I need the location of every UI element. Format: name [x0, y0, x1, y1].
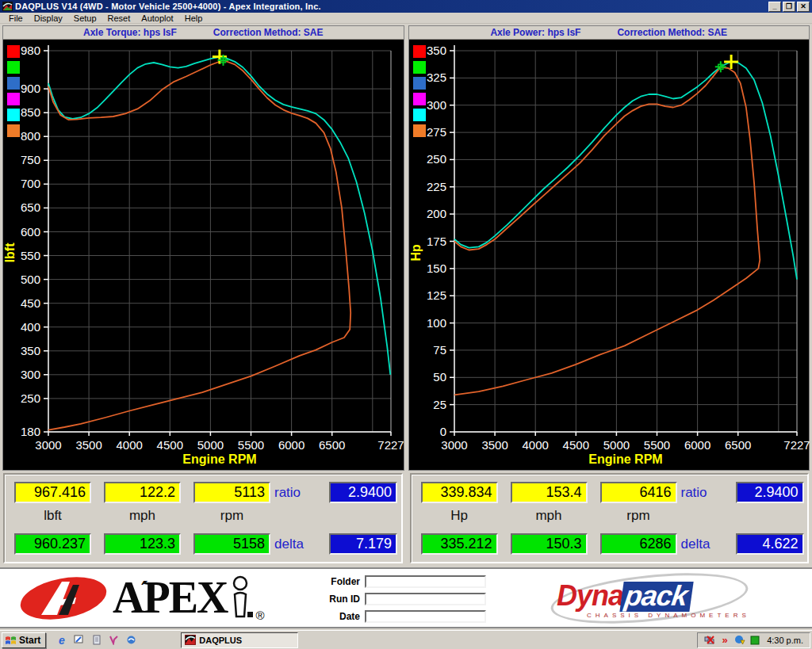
legend-swatch: [413, 61, 426, 74]
torque-cursor-rpm: 5113: [193, 482, 270, 503]
legend-swatch: [7, 109, 20, 121]
restore-button[interactable]: ❐: [783, 2, 795, 12]
power-cursor-rpm: 6416: [600, 482, 677, 503]
svg-text:180: 180: [21, 425, 40, 438]
svg-text:5500: 5500: [238, 438, 264, 452]
torque-cursor2-value: 960.237: [14, 533, 91, 555]
desktop: { "window": { "title": "DAQPLUS V14 (4WD…: [0, 0, 812, 649]
title-bar: DAQPLUS V14 (4WD - Motor Vehicle 2500+40…: [0, 0, 812, 13]
torque-ratio-label: ratio: [274, 485, 324, 501]
power-legend: [413, 45, 426, 137]
svg-text:600: 600: [21, 225, 40, 239]
svg-text:400: 400: [21, 320, 40, 334]
torque-chart-panel: Axle Torque: hps IsF Correction Method: …: [2, 25, 404, 471]
menu-reset[interactable]: Reset: [102, 13, 136, 23]
fast-forward-tray-icon[interactable]: »: [719, 635, 730, 645]
svg-text:6500: 6500: [725, 438, 751, 452]
folder-row: Folder: [320, 575, 486, 588]
svg-text:250: 250: [21, 391, 40, 405]
svg-text:5000: 5000: [197, 438, 224, 452]
date-input[interactable]: [365, 610, 486, 623]
torque-mph-label: mph: [104, 508, 181, 524]
dynapack-pack-text: pack: [619, 582, 693, 612]
apex-accent: ´: [140, 567, 147, 615]
menu-display[interactable]: Display: [29, 13, 68, 23]
legend-swatch: [7, 124, 20, 137]
svg-text:275: 275: [426, 125, 446, 139]
torque-delta-value: 7.179: [329, 533, 397, 555]
svg-text:700: 700: [21, 177, 40, 190]
status-green-icon[interactable]: [749, 635, 760, 645]
folder-input[interactable]: [365, 575, 486, 588]
svg-text:325: 325: [426, 71, 446, 84]
svg-text:550: 550: [21, 249, 40, 262]
legend-swatch: [7, 61, 20, 74]
menu-help[interactable]: Help: [179, 13, 209, 23]
start-button-label: Start: [19, 635, 40, 646]
close-button[interactable]: ✕: [797, 2, 810, 12]
svg-text:Engine RPM: Engine RPM: [182, 452, 256, 466]
svg-text:980: 980: [21, 44, 40, 57]
update-warning-icon[interactable]: [734, 635, 745, 645]
power-readout-panel: 339.834 153.4 6416 Hp mph rpm 335.212 15…: [410, 473, 810, 563]
svg-text:7227: 7227: [783, 438, 810, 452]
svg-text:50: 50: [433, 370, 446, 384]
svg-text:100: 100: [426, 316, 446, 330]
power-rpm-label: rpm: [600, 508, 677, 524]
run-id-input[interactable]: [365, 593, 486, 605]
menu-setup[interactable]: Setup: [68, 13, 102, 23]
internet-explorer-icon[interactable]: e: [56, 634, 67, 646]
power-cursor-value: 339.834: [421, 482, 498, 503]
menu-file[interactable]: File: [3, 13, 29, 23]
start-button[interactable]: Start: [2, 632, 46, 648]
menu-autoplot[interactable]: Autoplot: [136, 13, 178, 23]
torque-chart-area[interactable]: 9809008508007507006506005505004504003503…: [3, 40, 404, 470]
legend-swatch: [413, 77, 426, 90]
legend-swatch: [413, 109, 426, 121]
show-desktop-icon[interactable]: [73, 634, 85, 646]
window-title: DAQPLUS V14 (4WD - Motor Vehicle 2500+40…: [15, 2, 768, 11]
power-chart-area[interactable]: 3503253002752502252001751501251007550250…: [409, 40, 810, 470]
power-chart-panel: Axle Power: hps IsF Correction Method: S…: [408, 25, 810, 471]
legend-swatch: [7, 45, 20, 58]
svg-text:850: 850: [21, 105, 40, 119]
svg-text:150: 150: [426, 262, 446, 275]
windows-logo-icon: [6, 636, 17, 645]
apex-ellipse-icon: [17, 574, 111, 623]
daqplus-task-button[interactable]: DAQPLUS: [181, 632, 298, 648]
apex-i-figure-icon: [228, 574, 255, 623]
minimize-button[interactable]: _: [768, 2, 781, 12]
power-delta-label: delta: [681, 536, 730, 552]
svg-text:7227: 7227: [377, 438, 404, 452]
torque-chart-title: Axle Torque: hps IsF: [83, 27, 177, 38]
daqplus-task-icon: [185, 635, 196, 645]
power-cursor2-mph: 150.3: [511, 533, 588, 555]
legend-swatch: [7, 93, 20, 105]
svg-text:75: 75: [433, 343, 446, 357]
media-player-icon[interactable]: [108, 634, 120, 646]
charts-row: Axle Torque: hps IsF Correction Method: …: [0, 25, 812, 471]
svg-text:200: 200: [426, 207, 446, 220]
svg-text:4500: 4500: [157, 438, 183, 452]
power-delta-value: 4.622: [736, 533, 804, 555]
outlook-icon[interactable]: [90, 634, 102, 646]
dynapack-logo: Dynapack CHASSIS DYNAMOMETERS: [547, 575, 757, 623]
date-row: Date: [320, 610, 486, 623]
quick-launch-bar: e: [56, 634, 137, 646]
apex-wordmark: ´ APEX: [113, 574, 227, 621]
svg-text:5000: 5000: [603, 438, 629, 452]
torque-cursor-mph: 122.2: [104, 482, 181, 503]
messenger-icon[interactable]: [125, 634, 137, 646]
svg-text:lbft: lbft: [3, 242, 17, 263]
network-disconnected-icon[interactable]: [704, 635, 715, 645]
svg-text:Hp: Hp: [409, 244, 423, 262]
run-id-row: Run ID: [320, 593, 486, 605]
power-ratio-value: 2.9400: [736, 482, 804, 503]
svg-text:350: 350: [21, 344, 40, 357]
power-cursor2-rpm: 6286: [600, 533, 677, 555]
svg-text:800: 800: [21, 129, 40, 143]
taskbar-clock[interactable]: 4:30 p.m.: [767, 636, 803, 645]
power-chart-plot[interactable]: 3503253002752502252001751501251007550250…: [409, 40, 810, 470]
svg-text:225: 225: [426, 180, 446, 193]
torque-chart-plot[interactable]: 9809008508007507006506005505004504003503…: [3, 40, 404, 470]
